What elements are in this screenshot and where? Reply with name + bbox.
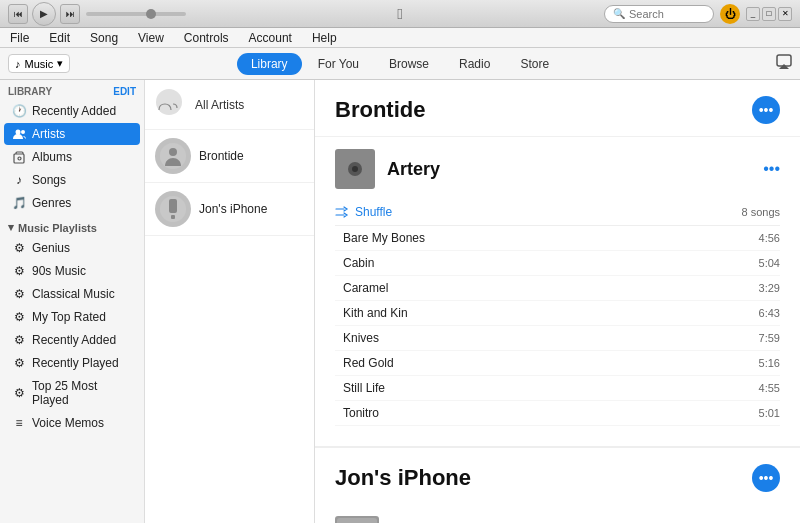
artist-item-jons-iphone[interactable]: Jon's iPhone — [145, 183, 314, 236]
nav-bar: ♪ Music ▾ Library For You Browse Radio S… — [0, 48, 800, 80]
sidebar-item-top-rated[interactable]: ⚙ My Top Rated — [4, 306, 140, 328]
top25-icon: ⚙ — [12, 386, 26, 400]
song-name-3: Kith and Kin — [335, 306, 745, 320]
maximize-button[interactable]: □ — [762, 7, 776, 21]
song-duration-7: 5:01 — [745, 407, 780, 419]
source-chevron-icon: ▾ — [57, 57, 63, 70]
progress-track[interactable] — [86, 12, 186, 16]
voice-memos-section: Voice Memos Voice Memo • 2016 ••• Shuffl… — [315, 504, 800, 523]
brontide-header: Brontide ••• — [315, 80, 800, 137]
minimize-button[interactable]: _ — [746, 7, 760, 21]
artery-album-title: Artery — [387, 159, 440, 180]
apple-logo:  — [397, 5, 402, 22]
song-duration-2: 3:29 — [745, 282, 780, 294]
tab-for-you[interactable]: For You — [304, 53, 373, 75]
song-name-2: Caramel — [335, 281, 745, 295]
menu-view[interactable]: View — [134, 31, 168, 45]
song-name-7: Tonitro — [335, 406, 745, 420]
svg-point-6 — [156, 89, 182, 115]
song-row-7[interactable]: Tonitro 5:01 — [335, 401, 780, 426]
power-button[interactable]: ⏻ — [720, 4, 740, 24]
menu-account[interactable]: Account — [245, 31, 296, 45]
all-artists-icon — [155, 88, 183, 121]
jons-iphone-more-button[interactable]: ••• — [752, 464, 780, 492]
sidebar-edit-button[interactable]: Edit — [113, 86, 136, 97]
artery-more-button[interactable]: ••• — [763, 160, 780, 178]
skip-forward-button[interactable]: ⏭ — [60, 4, 80, 24]
sidebar-top25-label: Top 25 Most Played — [32, 379, 132, 407]
menu-file[interactable]: File — [6, 31, 33, 45]
sidebar-item-90s[interactable]: ⚙ 90s Music — [4, 260, 140, 282]
playlists-section-header[interactable]: ▾ Music Playlists — [0, 215, 144, 236]
title-bar: ⏮ ▶ ⏭  🔍 ⏻ _ □ ✕ — [0, 0, 800, 28]
menu-song[interactable]: Song — [86, 31, 122, 45]
svg-point-10 — [169, 148, 177, 156]
sidebar-item-albums[interactable]: Albums — [4, 146, 140, 168]
sidebar-item-classical[interactable]: ⚙ Classical Music — [4, 283, 140, 305]
all-artists-item[interactable]: All Artists — [145, 80, 314, 130]
source-selector[interactable]: ♪ Music ▾ — [8, 54, 70, 73]
song-row-6[interactable]: Still Life 4:55 — [335, 376, 780, 401]
sidebar-library-label: Library — [8, 86, 52, 97]
voice-memos-art — [335, 516, 379, 523]
sidebar-item-songs[interactable]: ♪ Songs — [4, 169, 140, 191]
svg-rect-17 — [337, 518, 377, 523]
play-button[interactable]: ▶ — [32, 2, 56, 26]
main-layout: Library Edit 🕐 Recently Added Artists Al… — [0, 80, 800, 523]
artists-icon — [12, 127, 26, 141]
song-name-6: Still Life — [335, 381, 745, 395]
chevron-down-icon: ▾ — [8, 221, 14, 234]
search-input[interactable] — [629, 8, 709, 20]
sidebar-top-rated-label: My Top Rated — [32, 310, 106, 324]
song-row-5[interactable]: Red Gold 5:16 — [335, 351, 780, 376]
close-button[interactable]: ✕ — [778, 7, 792, 21]
all-artists-label: All Artists — [195, 98, 244, 112]
sidebar-item-recently-added[interactable]: 🕐 Recently Added — [4, 100, 140, 122]
sidebar-item-recently-played[interactable]: ⚙ Recently Played — [4, 352, 140, 374]
main-content: Brontide ••• Artery ••• Shuffle 8 songs … — [315, 80, 800, 523]
svg-point-2 — [15, 129, 20, 134]
top-rated-icon: ⚙ — [12, 310, 26, 324]
genius-icon: ⚙ — [12, 241, 26, 255]
tab-store[interactable]: Store — [506, 53, 563, 75]
sidebar-item-recently-added-pl[interactable]: ⚙ Recently Added — [4, 329, 140, 351]
airplay-button[interactable] — [776, 54, 792, 73]
song-row-4[interactable]: Knives 7:59 — [335, 326, 780, 351]
song-row-3[interactable]: Kith and Kin 6:43 — [335, 301, 780, 326]
song-row-0[interactable]: Bare My Bones 4:56 — [335, 226, 780, 251]
sidebar-recently-added-label: Recently Added — [32, 104, 116, 118]
song-duration-1: 5:04 — [745, 257, 780, 269]
tab-browse[interactable]: Browse — [375, 53, 443, 75]
brontide-avatar — [155, 138, 191, 174]
progress-area — [86, 12, 598, 16]
song-row-2[interactable]: Caramel 3:29 — [335, 276, 780, 301]
classical-icon: ⚙ — [12, 287, 26, 301]
tab-radio[interactable]: Radio — [445, 53, 504, 75]
menu-controls[interactable]: Controls — [180, 31, 233, 45]
menu-help[interactable]: Help — [308, 31, 341, 45]
jons-iphone-avatar — [155, 191, 191, 227]
brontide-name: Brontide — [199, 149, 244, 163]
menu-edit[interactable]: Edit — [45, 31, 74, 45]
sidebar-item-artists[interactable]: Artists — [4, 123, 140, 145]
artery-album-art — [335, 149, 375, 189]
jons-iphone-name: Jon's iPhone — [199, 202, 267, 216]
sidebar: Library Edit 🕐 Recently Added Artists Al… — [0, 80, 145, 523]
brontide-more-button[interactable]: ••• — [752, 96, 780, 124]
song-row-1[interactable]: Cabin 5:04 — [335, 251, 780, 276]
sidebar-classical-label: Classical Music — [32, 287, 115, 301]
sidebar-item-top25[interactable]: ⚙ Top 25 Most Played — [4, 375, 140, 411]
search-icon: 🔍 — [613, 8, 625, 19]
90s-icon: ⚙ — [12, 264, 26, 278]
sidebar-item-voice-memos[interactable]: ≡ Voice Memos — [4, 412, 140, 434]
sidebar-item-genius[interactable]: ⚙ Genius — [4, 237, 140, 259]
sidebar-item-genres[interactable]: 🎵 Genres — [4, 192, 140, 214]
tab-library[interactable]: Library — [237, 53, 302, 75]
progress-thumb[interactable] — [146, 9, 156, 19]
skip-back-button[interactable]: ⏮ — [8, 4, 28, 24]
brontide-shuffle-row[interactable]: Shuffle 8 songs — [335, 199, 780, 226]
search-box[interactable]: 🔍 — [604, 5, 714, 23]
song-name-1: Cabin — [335, 256, 745, 270]
artist-item-brontide[interactable]: Brontide — [145, 130, 314, 183]
title-bar-right: 🔍 ⏻ _ □ ✕ — [604, 4, 792, 24]
